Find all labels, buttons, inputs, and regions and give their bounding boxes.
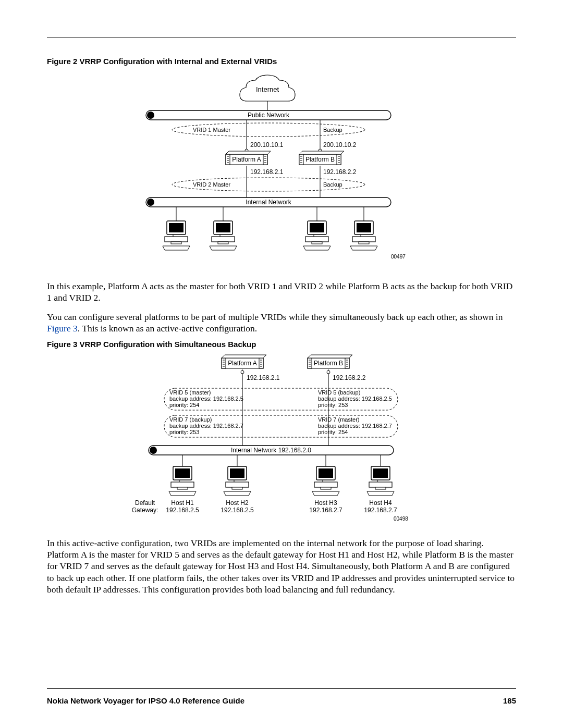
- computer-icon: [312, 466, 339, 496]
- platform-b-internal-ip: 192.168.2.2: [323, 168, 357, 176]
- footer-page: 185: [503, 696, 516, 705]
- host-h4-ip: 192.168.2.7: [364, 507, 397, 514]
- figure3-code: 00498: [394, 516, 408, 522]
- host-h2-ip: 192.168.2.5: [221, 507, 254, 514]
- computer-icon: [367, 466, 394, 496]
- svg-text:VRID 7 (master): VRID 7 (master): [318, 416, 359, 423]
- platform-a-ip: 192.168.2.1: [247, 374, 280, 381]
- svg-point-38: [241, 371, 244, 374]
- svg-text:VRID 5 (master): VRID 5 (master): [169, 389, 211, 396]
- vrid1-backup-label: Backup: [323, 127, 342, 133]
- platform-b-ip: 192.168.2.2: [333, 374, 366, 381]
- platform-a-icon: Platform A: [226, 151, 271, 165]
- vrid2-backup-label: Backup: [323, 181, 342, 188]
- svg-point-54: [150, 447, 157, 454]
- public-network-bar: Public Network: [146, 110, 391, 120]
- platform-a-internal-ip: 192.168.2.1: [250, 168, 284, 176]
- svg-text:priority: 254: priority: 254: [169, 402, 199, 408]
- page-footer: Nokia Network Voyager for IPSO 4.0 Refer…: [47, 688, 516, 705]
- host-h3-label: Host H3: [314, 499, 337, 507]
- svg-text:Platform B: Platform B: [305, 156, 335, 163]
- computer-icon: [224, 466, 251, 496]
- svg-point-40: [327, 371, 330, 374]
- figure3-diagram: Platform A Platform B 192.168.2.1 192.16…: [47, 353, 516, 530]
- vrid1-master-label: VRID 1 Master: [193, 127, 230, 133]
- internet-label: Internet: [256, 85, 279, 93]
- computer-icon: [350, 221, 377, 250]
- body-paragraph-2: You can configure several platforms to b…: [47, 311, 516, 335]
- figure3-title: Figure 3 VRRP Configuration with Simulta…: [47, 340, 516, 349]
- host-h1-label: Host H1: [171, 499, 194, 507]
- svg-text:backup address: 192.168.2.5: backup address: 192.168.2.5: [169, 396, 243, 402]
- svg-point-20: [147, 112, 154, 119]
- internal-net-label-fig3: Internal Network 192.168.2.0: [231, 447, 311, 454]
- platform-b-icon: Platform B: [299, 151, 344, 165]
- svg-text:backup address: 192.168.2.7: backup address: 192.168.2.7: [169, 423, 243, 429]
- default-label: Default: [135, 499, 155, 507]
- host-h4-label: Host H4: [369, 499, 392, 507]
- svg-text:Platform B: Platform B: [314, 360, 343, 367]
- gateway-label: Gateway:: [132, 507, 158, 514]
- figure2-diagram: Internet Public Network VRID 1 Master Ba…: [47, 70, 516, 273]
- computer-icon: [303, 221, 331, 250]
- computer-icon: [169, 466, 196, 496]
- svg-text:priority: 253: priority: 253: [318, 402, 348, 408]
- platform-a-public-ip: 200.10.10.1: [250, 141, 284, 149]
- svg-text:Platform A: Platform A: [228, 360, 256, 367]
- host-h1-ip: 192.168.2.5: [166, 507, 199, 514]
- svg-text:backup address: 192.168.2.7: backup address: 192.168.2.7: [318, 423, 392, 429]
- public-network-label: Public Network: [248, 112, 290, 119]
- platform-a-icon: Platform A: [222, 355, 266, 368]
- figure2-code: 00497: [391, 254, 406, 260]
- host-h2-label: Host H2: [226, 499, 249, 507]
- svg-text:priority: 254: priority: 254: [318, 429, 348, 435]
- page-top-rule: [47, 38, 516, 38]
- vrid2-master-label: VRID 2 Master: [193, 181, 230, 188]
- figure3-link[interactable]: Figure 3: [47, 323, 78, 334]
- svg-text:VRID 5 (backup): VRID 5 (backup): [318, 389, 360, 396]
- svg-point-30: [147, 199, 154, 206]
- body-paragraph-3: In this active-active configuration, two…: [47, 537, 516, 596]
- internal-network-bar: Internal Network: [146, 198, 391, 207]
- body-paragraph-1: In this example, Platform A acts as the …: [47, 280, 516, 304]
- host-h3-ip: 192.168.2.7: [309, 507, 342, 514]
- svg-text:Platform A: Platform A: [232, 156, 261, 163]
- internal-network-bar-fig3: Internal Network 192.168.2.0: [149, 446, 394, 455]
- internal-network-label: Internal Network: [246, 199, 291, 206]
- footer-title: Nokia Network Voyager for IPSO 4.0 Refer…: [47, 696, 244, 705]
- svg-text:backup address: 192.168.2.5: backup address: 192.168.2.5: [318, 396, 392, 402]
- svg-text:priority: 253: priority: 253: [169, 429, 199, 435]
- platform-b-icon: Platform B: [308, 355, 352, 368]
- computer-icon: [210, 221, 237, 250]
- svg-text:VRID 7 (backup): VRID 7 (backup): [169, 416, 212, 423]
- internet-cloud-icon: Internet: [240, 75, 295, 101]
- platform-b-public-ip: 200.10.10.2: [323, 141, 357, 149]
- figure2-title: Figure 2 VRRP Configuration with Interna…: [47, 57, 516, 66]
- computer-icon: [163, 221, 190, 250]
